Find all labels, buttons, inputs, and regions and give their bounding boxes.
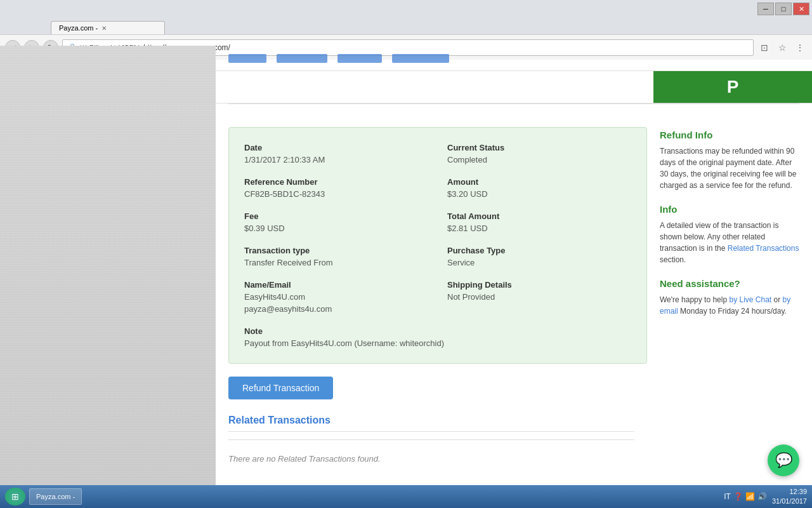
taskbar-clock: 12:39 31/01/2017 [772, 487, 807, 507]
related-divider [228, 439, 634, 440]
refund-transaction-button[interactable]: Refund Transaction [228, 377, 333, 399]
main-panel: Date 1/31/2017 2:10:33 AM Current Status… [228, 127, 647, 483]
note-field: Note Payout from EasyHits4U.com (Usernam… [244, 326, 631, 348]
total-label: Total Amount [447, 211, 631, 221]
shipping-value: Not Provided [447, 292, 631, 302]
payza-logo-bar: P [653, 71, 812, 103]
refund-info-section: Refund Info Transactions may be refunded… [660, 130, 799, 191]
type-label: Transaction type [244, 246, 428, 255]
fee-value: $0.39 USD [244, 224, 428, 233]
related-transactions-link[interactable]: Related Transactions [728, 244, 799, 253]
taskbar: ⊞ Payza.com - IT ❓ 📶 🔊 12:39 31/01/2017 [0, 485, 812, 508]
info-text: A detailed view of the transaction is sh… [660, 220, 799, 265]
ref-value: CF82B-5BD1C-82343 [244, 189, 428, 199]
name-value: EasyHits4U.com [244, 292, 428, 302]
taskbar-right: IT ❓ 📶 🔊 12:39 31/01/2017 [724, 487, 807, 507]
network-icon: 📶 [745, 492, 755, 501]
fee-field: Fee $0.39 USD [244, 211, 428, 233]
menu-icon[interactable]: ⋮ [793, 41, 807, 55]
live-chat-link[interactable]: by Live Chat [729, 295, 771, 304]
info-section: Info A detailed view of the transaction … [660, 204, 799, 265]
assistance-text: We're happy to help by Live Chat or by e… [660, 294, 799, 317]
nav-link-1 [228, 54, 266, 63]
related-transactions-section: Related Transactions There are no Relate… [228, 415, 647, 483]
nav-link-3 [337, 54, 382, 63]
left-sidebar [0, 46, 216, 508]
date-label: Date [244, 143, 428, 152]
purchase-label: Purchase Type [447, 246, 631, 255]
sidebar-info-panel: Refund Info Transactions may be refunded… [660, 127, 799, 483]
name-label: Name/Email [244, 280, 428, 290]
status-field: Current Status Completed [447, 143, 631, 164]
tab-close-icon[interactable]: ✕ [102, 25, 107, 32]
start-button[interactable]: ⊞ [5, 488, 25, 505]
purchase-value: Service [447, 258, 631, 267]
ref-label: Reference Number [244, 177, 428, 187]
assistance-section: Need assistance? We're happy to help by … [660, 278, 799, 317]
help-icon: ❓ [733, 492, 743, 501]
total-field: Total Amount $2.81 USD [447, 211, 631, 233]
related-title: Related Transactions [228, 415, 634, 432]
date-value: 1/31/2017 2:10:33 AM [244, 155, 428, 164]
amount-value: $3.20 USD [447, 189, 631, 199]
page-header: P [216, 71, 812, 104]
date-field: Date 1/31/2017 2:10:33 AM [244, 143, 428, 164]
header-divider [228, 104, 799, 104]
active-tab[interactable]: Payza.com - ✕ [51, 21, 165, 34]
clock-date: 31/01/2017 [772, 497, 807, 506]
email-value: payza@easyhits4u.com [244, 304, 428, 314]
nav-link-4 [392, 54, 449, 63]
note-value: Payout from EasyHits4U.com (Username: wh… [244, 338, 631, 348]
transaction-grid: Date 1/31/2017 2:10:33 AM Current Status… [244, 143, 631, 348]
fee-label: Fee [244, 211, 428, 221]
windows-icon: ⊞ [11, 491, 19, 502]
status-label: Current Status [447, 143, 631, 152]
total-value: $2.81 USD [447, 224, 631, 233]
amount-field: Amount $3.20 USD [447, 177, 631, 199]
status-value: Completed [447, 155, 631, 164]
shipping-label: Shipping Details [447, 280, 631, 290]
content-area: Date 1/31/2017 2:10:33 AM Current Status… [216, 114, 812, 495]
refund-info-text: Transactions may be refunded within 90 d… [660, 145, 799, 191]
maximize-btn[interactable]: □ [775, 3, 792, 15]
name-field: Name/Email EasyHits4U.com payza@easyhits… [244, 280, 428, 314]
screenshot-icon[interactable]: ⊡ [757, 41, 771, 55]
nav-link-2 [277, 54, 327, 63]
browser-tabs: Payza.com - ✕ [0, 18, 812, 34]
chat-button[interactable]: 💬 [768, 444, 799, 476]
type-field: Transaction type Transfer Received From [244, 246, 428, 267]
shipping-field: Shipping Details Not Provided [447, 280, 631, 314]
main-content: P Date 1/31/2017 2:10:33 AM [216, 46, 812, 508]
related-empty-text: There are no Related Transactions found. [228, 448, 634, 470]
note-label: Note [244, 326, 631, 336]
info-title: Info [660, 204, 799, 215]
payza-logo: P [727, 77, 739, 97]
taskbar-left: ⊞ Payza.com - [5, 488, 82, 505]
amount-label: Amount [447, 177, 631, 187]
taskbar-sys-icons: IT ❓ 📶 🔊 [724, 492, 767, 501]
taskbar-app-label: Payza.com - [36, 493, 75, 500]
refund-btn-area: Refund Transaction [228, 377, 647, 399]
taskbar-browser-app[interactable]: Payza.com - [29, 488, 82, 505]
clock-time: 12:39 [772, 487, 807, 497]
minimize-btn[interactable]: ─ [757, 3, 774, 15]
sidebar-blur-overlay [0, 46, 216, 508]
browser-titlebar: ─ □ ✕ [0, 0, 812, 18]
close-btn[interactable]: ✕ [793, 3, 809, 15]
lang-indicator: IT [724, 492, 731, 501]
chat-icon: 💬 [775, 452, 792, 469]
transaction-details-box: Date 1/31/2017 2:10:33 AM Current Status… [228, 127, 647, 364]
type-value: Transfer Received From [244, 258, 428, 267]
bookmark-icon[interactable]: ☆ [775, 41, 789, 55]
tab-label: Payza.com - [59, 24, 98, 32]
ref-field: Reference Number CF82B-5BD1C-82343 [244, 177, 428, 199]
volume-icon: 🔊 [757, 492, 767, 501]
refund-info-title: Refund Info [660, 130, 799, 140]
assistance-title: Need assistance? [660, 278, 799, 289]
browser-chrome: ─ □ ✕ Payza.com - ✕ ◀ ▶ ↻ 🔒 *** Pillars … [0, 0, 812, 46]
page-content: P Date 1/31/2017 2:10:33 AM [0, 46, 812, 508]
toolbar-icons: ⊡ ☆ ⋮ [757, 41, 807, 55]
purchase-field: Purchase Type Service [447, 246, 631, 267]
